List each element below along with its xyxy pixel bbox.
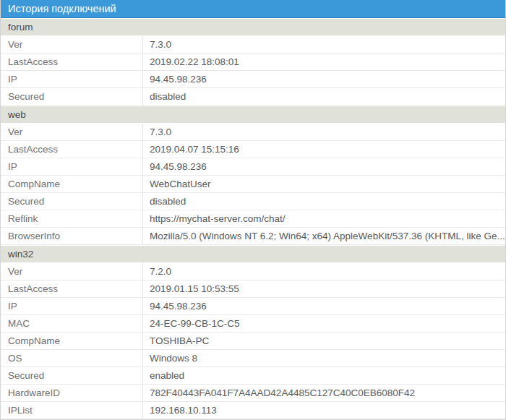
- row-value: Windows 8: [143, 350, 505, 367]
- row-value: 7.2.0: [143, 263, 505, 280]
- row-key: HardwareID: [1, 385, 143, 401]
- row-key: Reflink: [1, 210, 143, 227]
- row-key: IP: [1, 71, 143, 87]
- section-header-forum: forum: [1, 18, 505, 36]
- row-value: TOSHIBA-PC: [143, 333, 505, 349]
- table-row: CompNameWebChatUser: [1, 176, 505, 193]
- row-key: OS: [1, 350, 143, 367]
- row-value: 7.3.0: [143, 124, 505, 140]
- table-row: Ver7.3.0: [1, 36, 505, 53]
- row-value: 782F40443FA041F7A4AAD42A4485C127C40C0EB6…: [143, 385, 505, 401]
- row-value: WebChatUser: [143, 176, 505, 192]
- row-value: https://mychat-server.com/chat/: [143, 210, 505, 227]
- row-value: disabled: [143, 193, 505, 210]
- row-key: Secured: [1, 193, 143, 210]
- row-key: IP: [1, 298, 143, 314]
- row-value: 7.3.0: [143, 36, 505, 53]
- row-key: MAC: [1, 315, 143, 332]
- table-row: Reflinkhttps://mychat-server.com/chat/: [1, 210, 505, 228]
- table-body: forumVer7.3.0LastAccess2019.02.22 18:08:…: [1, 18, 505, 419]
- row-key: Ver: [1, 263, 143, 280]
- panel-title: История подключений: [1, 0, 505, 18]
- row-value: Mozilla/5.0 (Windows NT 6.2; Win64; x64)…: [143, 228, 505, 244]
- row-key: LastAccess: [1, 141, 143, 158]
- row-key: BrowserInfo: [1, 228, 143, 244]
- table-row: LastAccess2019.01.15 10:53:55: [1, 280, 505, 298]
- table-row: IP94.45.98.236: [1, 298, 505, 315]
- row-key: LastAccess: [1, 53, 143, 70]
- row-key: CompName: [1, 176, 143, 192]
- row-value: 94.45.98.236: [143, 298, 505, 314]
- table-row: OSWindows 8: [1, 350, 505, 367]
- row-value: 2019.04.07 15:15:16: [143, 141, 505, 158]
- table-row: Securedenabled: [1, 367, 505, 385]
- row-key: Ver: [1, 36, 143, 53]
- row-key: Secured: [1, 367, 143, 384]
- row-key: Secured: [1, 88, 143, 105]
- table-row: LastAccess2019.04.07 15:15:16: [1, 141, 505, 158]
- row-value: 94.45.98.236: [143, 158, 505, 175]
- row-key: LastAccess: [1, 280, 143, 297]
- table-row: LastAccess2019.02.22 18:08:01: [1, 53, 505, 71]
- row-value: enabled: [143, 367, 505, 384]
- row-value: 192.168.10.113: [143, 402, 505, 419]
- connection-history-panel: История подключений forumVer7.3.0LastAcc…: [0, 0, 506, 420]
- table-row: Ver7.3.0: [1, 124, 505, 141]
- table-row: HardwareID782F40443FA041F7A4AAD42A4485C1…: [1, 385, 505, 402]
- table-row: IP94.45.98.236: [1, 71, 505, 88]
- row-value: 2019.01.15 10:53:55: [143, 280, 505, 297]
- table-row: IP94.45.98.236: [1, 158, 505, 176]
- table-row: BrowserInfoMozilla/5.0 (Windows NT 6.2; …: [1, 228, 505, 245]
- row-key: IP: [1, 158, 143, 175]
- table-row: MAC24-EC-99-CB-1C-C5: [1, 315, 505, 333]
- row-value: disabled: [143, 88, 505, 105]
- table-row: IPList192.168.10.113: [1, 402, 505, 419]
- row-value: 2019.02.22 18:08:01: [143, 53, 505, 70]
- section-header-win32: win32: [1, 245, 505, 263]
- row-value: 94.45.98.236: [143, 71, 505, 87]
- table-row: Secureddisabled: [1, 88, 505, 106]
- row-value: 24-EC-99-CB-1C-C5: [143, 315, 505, 332]
- table-row: CompNameTOSHIBA-PC: [1, 333, 505, 350]
- row-key: CompName: [1, 333, 143, 349]
- section-header-web: web: [1, 106, 505, 124]
- row-key: IPList: [1, 402, 143, 419]
- table-row: Secureddisabled: [1, 193, 505, 210]
- row-key: Ver: [1, 124, 143, 140]
- table-row: Ver7.2.0: [1, 263, 505, 280]
